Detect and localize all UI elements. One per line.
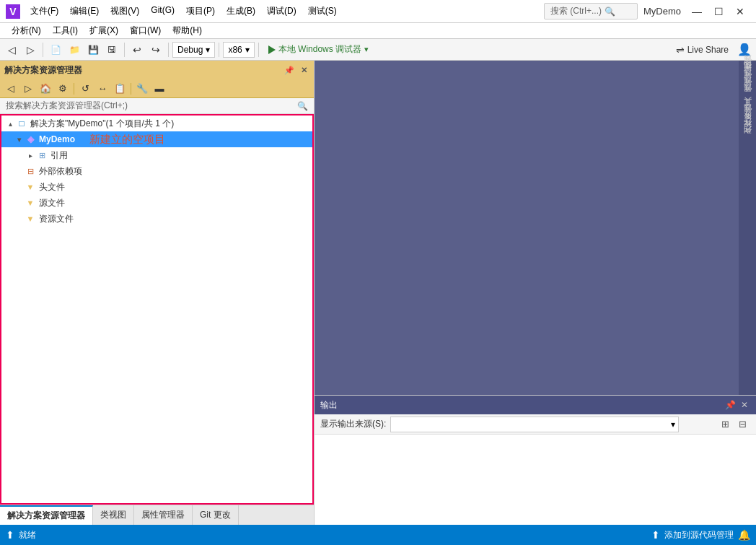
output-source-label: 显示输出来源(S): <box>320 418 386 430</box>
references-label: 引用 <box>50 149 68 162</box>
live-share-button[interactable]: ⇌ Live Share <box>670 41 734 58</box>
se-filter-btn[interactable]: 📋 <box>112 81 128 97</box>
se-search-icon[interactable]: 🔍 <box>297 101 308 111</box>
minimize-button[interactable]: — <box>687 4 707 19</box>
tab-git-changes[interactable]: Git 更改 <box>193 505 239 526</box>
references-row[interactable]: ▸ ⊞ 引用 <box>1 147 312 163</box>
platform-label: x86 <box>228 45 242 55</box>
toolbar-new-btn[interactable]: 📄 <box>47 41 64 58</box>
se-fwd-btn[interactable]: ▷ <box>20 81 36 97</box>
resource-files-label: 资源文件 <box>39 213 74 225</box>
side-label-2[interactable]: 类视图 <box>741 74 755 79</box>
app-icon: V <box>6 4 20 19</box>
output-header: 输出 📌 ✕ <box>315 396 756 414</box>
external-deps-row[interactable]: ⊟ 外部依赖项 <box>1 163 312 179</box>
tab-solution-explorer[interactable]: 解决方案资源管理器 <box>0 505 93 526</box>
platform-dropdown[interactable]: x86 ▾ <box>223 42 254 58</box>
side-panel-labels: 属性 类视图 属性 属性 属性 工具 属性 服务 程序 序列 <box>739 61 756 395</box>
menubar-row1: 文件(F) 编辑(E) 视图(V) Git(G) 项目(P) 生成(B) 调试(… <box>25 2 544 20</box>
output-pin-btn[interactable]: 📌 <box>724 399 736 411</box>
user-icon-btn[interactable]: 👤 <box>736 41 753 58</box>
project-icon: ◈ <box>25 134 36 145</box>
menu-test[interactable]: 测试(S) <box>302 2 343 20</box>
run-arrow: ▾ <box>364 45 369 54</box>
side-label-9[interactable]: 程序 <box>741 130 755 136</box>
source-files-row[interactable]: ▼ 源文件 <box>1 195 312 211</box>
title-bar: V 文件(F) 编辑(E) 视图(V) Git(G) 项目(P) 生成(B) 调… <box>0 0 756 23</box>
output-btn2[interactable]: ⊟ <box>734 417 750 432</box>
menu-extensions[interactable]: 扩展(X) <box>84 23 124 38</box>
se-tools-btn[interactable]: 🔧 <box>134 81 150 97</box>
ext-deps-label: 外部依赖项 <box>39 165 82 178</box>
title-search-box[interactable]: 搜索 (Ctrl+...) 🔍 <box>544 3 638 19</box>
side-label-1[interactable]: 属性 <box>741 66 755 72</box>
resource-files-icon: ▼ <box>25 213 36 224</box>
source-files-icon: ▼ <box>25 197 36 209</box>
se-collapse-btn[interactable]: ▬ <box>151 81 167 97</box>
side-label-8[interactable]: 服务 <box>741 123 755 128</box>
output-btn1[interactable]: ⊞ <box>717 417 733 432</box>
solution-icon: □ <box>16 118 27 129</box>
status-left: ⬆ 就绪 <box>6 529 36 541</box>
side-label-3[interactable]: 属性 <box>741 81 755 87</box>
close-button[interactable]: ✕ <box>730 4 750 19</box>
side-label-5[interactable]: 属性 <box>741 95 755 101</box>
menu-build[interactable]: 生成(B) <box>221 2 261 20</box>
status-up-icon[interactable]: ⬆ <box>6 529 14 541</box>
menu-edit[interactable]: 编辑(E) <box>64 2 105 20</box>
toolbar-redo-btn[interactable]: ↪ <box>147 41 164 58</box>
status-text: 就绪 <box>19 529 36 541</box>
output-close-btn[interactable]: ✕ <box>739 399 750 411</box>
live-share-icon: ⇌ <box>676 44 685 56</box>
output-source-dropdown[interactable]: ▾ <box>390 417 679 432</box>
se-close-btn[interactable]: ✕ <box>298 64 309 76</box>
se-back-btn[interactable]: ◁ <box>3 81 19 97</box>
project-row[interactable]: ▾ ◈ MyDemo 新建立的空项目 <box>1 131 312 147</box>
toolbar-open-btn[interactable]: 📁 <box>66 41 83 58</box>
tab-class-view[interactable]: 类视图 <box>93 505 134 526</box>
header-files-row[interactable]: ▼ 头文件 <box>1 179 312 195</box>
debug-config-dropdown[interactable]: Debug ▾ <box>172 42 215 58</box>
main-toolbar: ◁ ▷ 📄 📁 💾 🖫 ↩ ↪ Debug ▾ x86 ▾ 本地 Windows… <box>0 39 756 61</box>
toolbar-sep1 <box>43 43 43 57</box>
resource-files-row[interactable]: ▼ 资源文件 <box>1 211 312 227</box>
output-title: 输出 <box>320 399 338 411</box>
side-label-6[interactable]: 工具 <box>741 108 755 114</box>
se-toolbar: ◁ ▷ 🏠 ⚙ ↺ ↔ 📋 🔧 ▬ <box>0 79 314 98</box>
toolbar-fwd-btn[interactable]: ▷ <box>22 41 39 58</box>
menu-git[interactable]: Git(G) <box>145 2 180 20</box>
side-label-7[interactable]: 属性 <box>741 115 755 121</box>
menu-window[interactable]: 窗口(W) <box>124 23 167 38</box>
side-label-4[interactable]: 属性 <box>741 88 755 94</box>
menu-debug[interactable]: 调试(D) <box>261 2 302 20</box>
add-to-source-icon[interactable]: ⬆ <box>651 529 660 541</box>
menu-project[interactable]: 项目(P) <box>180 2 221 20</box>
se-home-btn[interactable]: 🏠 <box>38 81 53 97</box>
solution-row[interactable]: ▴ □ 解决方案"MyDemo"(1 个项目/共 1 个) <box>1 115 312 131</box>
menu-help[interactable]: 帮助(H) <box>167 23 208 38</box>
toolbar-sep5 <box>258 43 259 57</box>
side-label-10[interactable]: 序列 <box>741 137 755 143</box>
maximize-button[interactable]: ☐ <box>708 4 729 19</box>
se-bottom-tabs: 解决方案资源管理器 类视图 属性管理器 Git 更改 <box>0 505 314 525</box>
new-project-hint: 新建立的空项目 <box>89 133 165 147</box>
toolbar-save-btn[interactable]: 💾 <box>84 41 102 58</box>
debug-config-arrow: ▾ <box>206 45 210 55</box>
se-refresh-settings-btn[interactable]: ⚙ <box>55 81 71 97</box>
notification-icon[interactable]: 🔔 <box>738 529 750 541</box>
menu-view[interactable]: 视图(V) <box>105 2 145 20</box>
se-search-bar: 搜索解决方案资源管理器(Ctrl+;) 🔍 <box>0 98 314 114</box>
references-icon: ⊞ <box>36 149 48 161</box>
menu-file[interactable]: 文件(F) <box>25 2 64 20</box>
menu-analyze[interactable]: 分析(N) <box>6 23 47 38</box>
run-button[interactable]: 本地 Windows 调试器 ▾ <box>263 41 374 58</box>
tab-property-manager[interactable]: 属性管理器 <box>134 505 193 526</box>
menu-tools[interactable]: 工具(I) <box>47 23 84 38</box>
se-refresh-btn[interactable]: ↺ <box>77 81 93 97</box>
se-sync-btn[interactable]: ↔ <box>94 81 110 97</box>
se-pin-btn[interactable]: 📌 <box>284 64 295 76</box>
toolbar-back-btn[interactable]: ◁ <box>3 41 20 58</box>
toolbar-save-all-btn[interactable]: 🖫 <box>103 41 120 58</box>
toolbar-undo-btn[interactable]: ↩ <box>128 41 146 58</box>
toolbar-sep4 <box>219 43 219 57</box>
